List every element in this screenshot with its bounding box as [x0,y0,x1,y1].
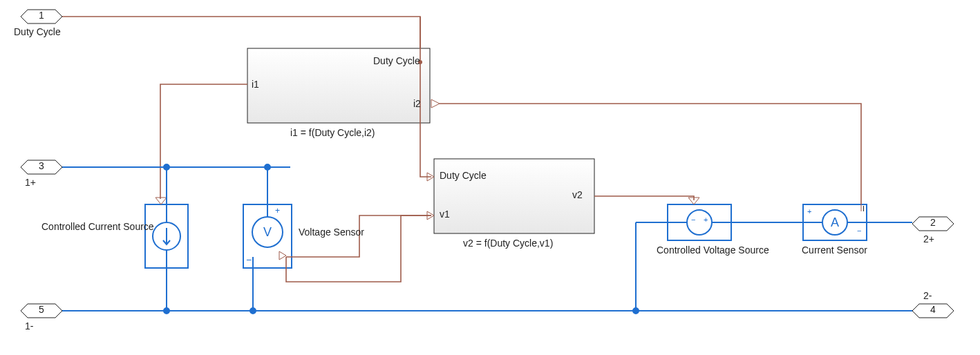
cs-minus: − [857,227,861,235]
port-2-label: 2+ [923,233,934,244]
svg-marker-15 [156,198,167,204]
cvs-label: Controlled Voltage Source [657,244,746,256]
port-1-label: Duty Cycle [14,26,61,37]
port-1-num: 1 [39,10,44,21]
cs-label: Current Sensor [802,244,867,256]
port-4-num: 4 [930,304,936,315]
fn1-caption: i1 = f(Duty Cycle,i2) [290,127,375,138]
svg-point-41 [164,308,169,314]
ccs-label: Controlled Current Source [41,221,138,232]
cvs-minus: − [691,215,695,224]
svg-point-42 [250,308,256,314]
fn1-port-duty: Duty Cycle [373,55,420,66]
port-2-num: 2 [930,217,936,228]
port-4-label: 2- [923,290,932,301]
block-controlled-voltage-source[interactable] [668,198,731,240]
svg-point-37 [265,164,270,170]
port-5-label: 1- [25,320,33,332]
vs-label: Voltage Sensor [299,227,364,238]
vs-plus: + [275,206,280,215]
block-controlled-current-source[interactable] [145,198,188,268]
vs-minus: − [246,254,252,265]
port-3-num: 3 [39,160,44,171]
fn1-port-i1: i1 [252,79,259,90]
fn1-port-i2: i2 [413,98,421,109]
fn2-caption: v2 = f(Duty Cycle,v1) [463,238,553,249]
svg-point-36 [164,164,169,170]
current-sensor-a-glyph: A [831,215,839,230]
simulink-diagram: { "ports": { "p1": {"num":"1","label":"D… [0,0,980,355]
port-5-num: 5 [39,304,44,315]
cs-plus: + [807,207,811,215]
voltage-sensor-v-glyph: V [263,225,272,240]
svg-point-45 [633,308,639,314]
fn2-port-v2: v2 [572,189,583,200]
cvs-plus: + [704,215,708,224]
port-3-label: 1+ [25,177,36,188]
diagram-svg [0,0,980,355]
fn2-port-duty: Duty Cycle [440,170,487,181]
svg-marker-6 [431,99,440,108]
fn2-port-v1: v1 [440,209,450,220]
